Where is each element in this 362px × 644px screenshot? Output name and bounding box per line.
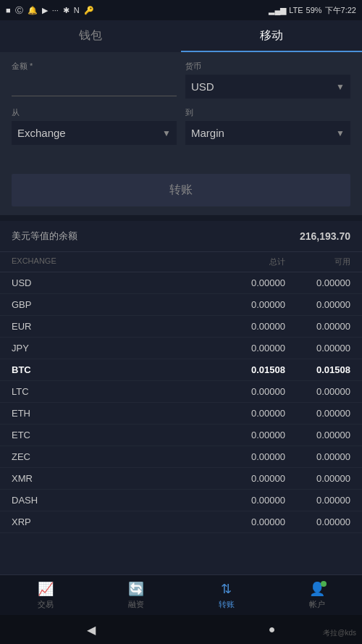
row-total-value: 0.01508 (213, 364, 285, 375)
holdings-table: EXCHANGE 总计 可用 USD 0.00000 0.00000 GBP 0… (0, 252, 362, 533)
row-total-value: 0.00000 (213, 408, 285, 419)
app-icon-2: Ⓒ (15, 5, 23, 16)
home-button[interactable]: ● (269, 623, 276, 636)
transfer-button[interactable]: 转账 (12, 174, 350, 206)
table-row: DASH 0.00000 0.00000 (0, 490, 362, 511)
transfer-form: 金额 * 货币 USD ▼ 从 Exchange ▼ 到 Margin (0, 52, 362, 165)
amount-currency-row: 金额 * 货币 USD ▼ (12, 61, 350, 99)
row-coin-name: ETH (12, 408, 213, 419)
status-bar: ■ Ⓒ 🔔 ▶ ··· ✱ N 🔑 ▂▄▆ LTE 59% 下午7:22 (0, 0, 362, 20)
currency-group: 货币 USD ▼ (185, 61, 350, 99)
row-coin-name: XRP (12, 517, 213, 527)
row-total-value: 0.00000 (213, 386, 285, 397)
bluetooth-icon: ✱ (63, 6, 70, 15)
row-total-value: 0.00000 (213, 451, 285, 462)
currency-value: USD (191, 80, 214, 93)
table-row: ETC 0.00000 0.00000 (0, 425, 362, 446)
row-total-value: 0.00000 (213, 517, 285, 527)
section-gap (0, 215, 362, 221)
row-avail-value: 0.00000 (285, 517, 350, 527)
balance-label: 美元等值的余额 (12, 230, 77, 243)
to-value: Margin (191, 127, 224, 139)
status-right-icons: ▂▄▆ LTE 59% 下午7:22 (269, 5, 356, 16)
nav-trade-label: 交易 (38, 599, 54, 610)
system-nav: ◀ ● 考拉@kds (0, 615, 362, 644)
to-group: 到 Margin ▼ (185, 107, 350, 145)
row-avail-value: 0.00000 (285, 321, 350, 332)
balance-section: 美元等值的余额 216,193.70 (0, 221, 362, 252)
row-coin-name: JPY (12, 343, 213, 354)
nav-fund-label: 融资 (128, 599, 144, 610)
nav-transfer-label: 转账 (219, 599, 235, 610)
battery-text: 59% (306, 6, 322, 14)
row-coin-name: DASH (12, 495, 213, 506)
row-coin-name: ETC (12, 430, 213, 440)
table-row: ETH 0.00000 0.00000 (0, 403, 362, 425)
row-avail-value: 0.01508 (285, 364, 350, 375)
balance-value: 216,193.70 (300, 230, 350, 242)
table-header: EXCHANGE 总计 可用 (0, 252, 362, 272)
nav-trade[interactable]: 📈 交易 (0, 581, 90, 610)
to-select[interactable]: Margin ▼ (185, 121, 350, 145)
table-row: XRP 0.00000 0.00000 (0, 511, 362, 533)
tab-wallet[interactable]: 钱包 (0, 20, 181, 52)
table-row: USD 0.00000 0.00000 (0, 272, 362, 294)
nav-transfer[interactable]: ⇅ 转账 (181, 581, 272, 610)
trade-icon: 📈 (38, 581, 54, 597)
to-chevron-icon: ▼ (336, 128, 345, 138)
row-coin-name: EUR (12, 321, 213, 332)
key-icon: 🔑 (84, 6, 94, 15)
nfc-icon: N (74, 6, 80, 14)
amount-input[interactable] (12, 75, 177, 93)
transfer-icon: ⇅ (221, 581, 232, 597)
notification-icon: 🔔 (28, 6, 38, 15)
bottom-nav: 📈 交易 🔄 融资 ⇅ 转账 👤 帐户 (0, 574, 362, 615)
row-avail-value: 0.00000 (285, 473, 350, 484)
fund-icon: 🔄 (128, 581, 144, 597)
amount-input-wrapper (12, 75, 177, 96)
col-exchange-label: EXCHANGE (12, 256, 213, 267)
nav-account-label: 帐户 (309, 599, 325, 610)
from-value: Exchange (17, 127, 66, 139)
row-total-value: 0.00000 (213, 473, 285, 484)
currency-chevron-icon: ▼ (336, 82, 345, 92)
signal-text: LTE (289, 6, 303, 14)
row-avail-value: 0.00000 (285, 430, 350, 440)
nav-account[interactable]: 👤 帐户 (272, 581, 362, 610)
back-button[interactable]: ◀ (87, 623, 96, 637)
from-to-row: 从 Exchange ▼ 到 Margin ▼ (12, 107, 350, 145)
row-total-value: 0.00000 (213, 343, 285, 354)
from-group: 从 Exchange ▼ (12, 107, 177, 145)
table-row: LTC 0.00000 0.00000 (0, 381, 362, 403)
row-total-value: 0.00000 (213, 277, 285, 288)
from-label: 从 (12, 107, 177, 118)
row-avail-value: 0.00000 (285, 277, 350, 288)
time-display: 下午7:22 (325, 5, 356, 16)
col-total-label: 总计 (213, 256, 285, 267)
currency-label: 货币 (185, 61, 350, 72)
row-coin-name: BTC (12, 364, 213, 375)
currency-select[interactable]: USD ▼ (185, 75, 350, 99)
nav-fund[interactable]: 🔄 融资 (90, 581, 181, 610)
table-row: EUR 0.00000 0.00000 (0, 316, 362, 338)
row-total-value: 0.00000 (213, 430, 285, 440)
row-avail-value: 0.00000 (285, 386, 350, 397)
play-icon: ▶ (42, 6, 48, 15)
row-coin-name: LTC (12, 386, 213, 397)
table-row: GBP 0.00000 0.00000 (0, 294, 362, 316)
row-coin-name: USD (12, 277, 213, 288)
table-row: ZEC 0.00000 0.00000 (0, 446, 362, 468)
row-avail-value: 0.00000 (285, 451, 350, 462)
row-avail-value: 0.00000 (285, 299, 350, 310)
row-avail-value: 0.00000 (285, 408, 350, 419)
row-total-value: 0.00000 (213, 321, 285, 332)
status-left-icons: ■ Ⓒ 🔔 ▶ ··· ✱ N 🔑 (6, 5, 94, 16)
table-row: JPY 0.00000 0.00000 (0, 338, 362, 359)
row-coin-name: XMR (12, 473, 213, 484)
more-icon: ··· (52, 6, 59, 14)
tab-transfer[interactable]: 移动 (181, 20, 362, 52)
table-rows-container: USD 0.00000 0.00000 GBP 0.00000 0.00000 … (0, 272, 362, 533)
row-avail-value: 0.00000 (285, 343, 350, 354)
main-tabs: 钱包 移动 (0, 20, 362, 52)
from-select[interactable]: Exchange ▼ (12, 121, 177, 145)
